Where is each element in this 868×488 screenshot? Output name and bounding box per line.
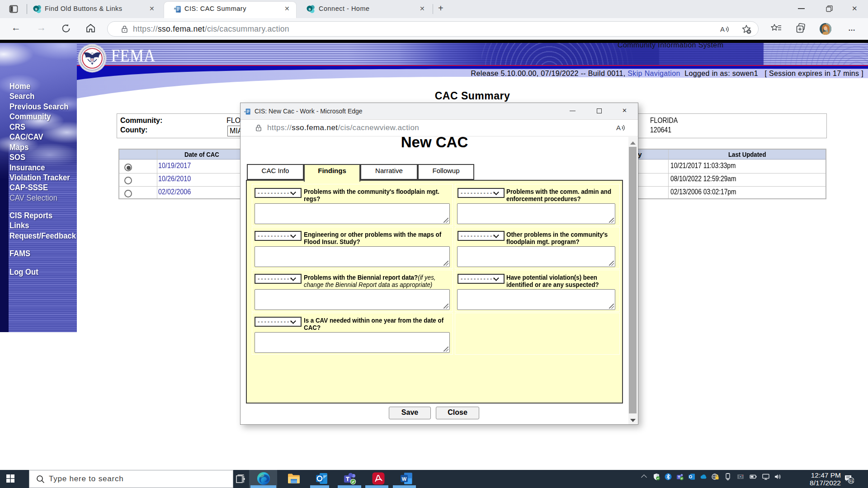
svg-text:A: A (616, 124, 621, 131)
svg-text:W: W (402, 476, 407, 482)
svg-text:s: s (308, 6, 311, 11)
svg-text:A: A (720, 25, 725, 33)
svg-text:51: 51 (849, 479, 853, 483)
svg-text:s: s (35, 6, 37, 11)
